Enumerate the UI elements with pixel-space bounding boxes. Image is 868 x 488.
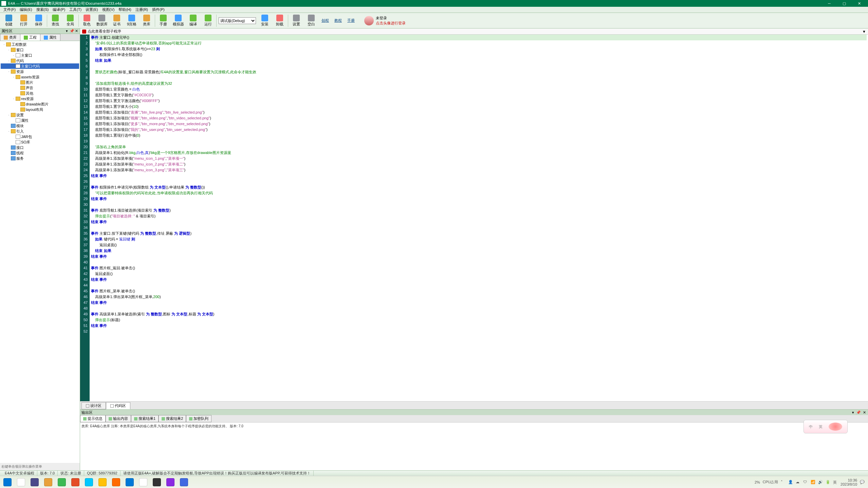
code-body[interactable]: 事件 主窗口.创建完毕() '安卓6.0以上的系统需要动态申请权限,否则app可… xyxy=(90,35,868,401)
code-line-19[interactable] xyxy=(91,138,867,144)
ime-cn-icon[interactable]: 中 xyxy=(809,424,813,429)
code-line-43[interactable]: 结束 事件 xyxy=(91,277,867,282)
tree-node-JAR包[interactable]: JAR包 xyxy=(1,134,79,139)
tree-toggle-icon[interactable]: - xyxy=(7,70,11,73)
toolbar-9宫格[interactable]: 9宫格 xyxy=(124,14,139,28)
toolbar-全局[interactable]: 全局 xyxy=(63,14,78,28)
menu-item-1[interactable]: 编辑(E) xyxy=(18,7,34,12)
code-line-15[interactable]: 底部导航1.添加项目("视频","btn_video.png","btn_vid… xyxy=(91,115,867,121)
code-line-28[interactable]: '可以把需要特殊权限的代码写在此处,当申请权限成功后再执行相关代码 xyxy=(91,190,867,196)
code-line-34[interactable] xyxy=(91,225,867,231)
toolbar-安装[interactable]: 安装 xyxy=(257,14,272,28)
ime-mode-icon[interactable]: 英 xyxy=(819,424,823,429)
taskbar-app-6[interactable] xyxy=(82,477,96,488)
tray-wifi-icon[interactable]: 📶 xyxy=(811,480,815,485)
toolbar-打开[interactable]: 打开 xyxy=(16,14,31,28)
tray-volume-icon[interactable]: 🔊 xyxy=(818,480,823,485)
taskbar-app-13[interactable] xyxy=(177,477,191,488)
code-line-29[interactable]: 结束 事件 xyxy=(91,196,867,202)
code-line-41[interactable]: 事件 图片框_返回.被单击() xyxy=(91,265,867,271)
tree-node-layout布局[interactable]: layout布局 xyxy=(1,107,79,112)
menu-item-9[interactable]: 插件(P) xyxy=(150,7,167,12)
toolbar-创建[interactable]: 创建 xyxy=(1,14,16,28)
tree-node-声音[interactable]: 声音 xyxy=(1,85,79,91)
tree-node-设置[interactable]: -设置 xyxy=(1,112,79,118)
taskbar-app-8[interactable] xyxy=(109,477,123,488)
menu-item-8[interactable]: 注册(R) xyxy=(133,7,150,12)
code-line-33[interactable]: 结束 事件 xyxy=(91,219,867,225)
tree-node-窗口[interactable]: -窗口 xyxy=(1,47,79,53)
breadcrumb-text[interactable]: 点此查看全部子程序 xyxy=(88,29,121,34)
tray-notification-icon[interactable]: 💬 xyxy=(860,480,865,485)
tray-shield-icon[interactable]: 🛡 xyxy=(803,480,808,485)
project-tree[interactable]: -工程数据-窗口-主窗口-代码主窗口代码-资源-assets资源图片声音其他-r… xyxy=(0,41,80,463)
menu-item-7[interactable]: 帮助(H) xyxy=(116,7,133,12)
tree-node-主窗口代码[interactable]: 主窗口代码 xyxy=(1,63,79,69)
tree-toggle-icon[interactable]: - xyxy=(7,48,11,52)
taskbar-app-2[interactable] xyxy=(28,477,41,488)
tree-node-服务[interactable]: 服务 xyxy=(1,156,79,161)
panel-pin-icon[interactable]: 📌 xyxy=(70,29,74,33)
panel-close-icon[interactable]: ✕ xyxy=(74,29,78,33)
tree-toggle-icon[interactable]: - xyxy=(7,113,11,117)
output-tab-输出内容[interactable]: 输出内容 xyxy=(106,415,131,422)
panel-tab-属性[interactable]: 属性 xyxy=(40,34,60,41)
output-tab-搜索结果1[interactable]: 搜索结果1 xyxy=(131,415,159,422)
code-line-14[interactable]: 底部导航1.添加项目("直播","btn_live.png","btn_live… xyxy=(91,110,867,115)
code-line-31[interactable]: 事件 底部导航1.项目被选择(项目索引 为 整数型) xyxy=(91,208,867,213)
code-line-50[interactable]: 弹出提示(标题) xyxy=(91,317,867,323)
code-line-5[interactable]: 结束 如果 xyxy=(91,58,867,63)
taskbar-app-4[interactable] xyxy=(55,477,69,488)
minimize-button[interactable]: ─ xyxy=(822,0,837,7)
code-line-3[interactable]: 如果 权限操作1.取系统版本号()>=23 则 xyxy=(91,46,867,52)
code-line-23[interactable]: 高级菜单1.添加菜单项("menu_icon_2.png","菜单项二") xyxy=(91,161,867,167)
tree-node-模块[interactable]: 模块 xyxy=(1,123,79,129)
toolbar-模拟器[interactable]: 模拟器 xyxy=(171,14,186,28)
tree-node-接口[interactable]: 接口 xyxy=(1,145,79,150)
code-line-2[interactable]: '安卓6.0以上的系统需要动态申请权限,否则app可能无法正常运行 xyxy=(91,40,867,46)
tree-toggle-icon[interactable]: - xyxy=(12,75,16,79)
code-line-42[interactable]: 返回桌面() xyxy=(91,271,867,277)
code-line-20[interactable]: '添加右上角的菜单 xyxy=(91,144,867,150)
menu-item-6[interactable]: 视图(V) xyxy=(100,7,117,12)
code-line-6[interactable] xyxy=(91,63,867,69)
expand-icon[interactable]: ▼ xyxy=(862,30,866,34)
build-mode-select[interactable]: 调试版(Debug) xyxy=(219,17,256,24)
toolbar-类库[interactable]: 类库 xyxy=(139,14,154,28)
toolbar-手册[interactable]: 手册 xyxy=(156,14,171,28)
code-editor[interactable]: 1234567891011121314151617181920212223242… xyxy=(80,35,868,401)
tree-node-drawable图片[interactable]: drawable图片 xyxy=(1,101,79,107)
code-line-11[interactable]: 底部导航1.置文字颜色("#C0C0C0") xyxy=(91,92,867,98)
taskbar-app-3[interactable] xyxy=(41,477,55,488)
toolbar-证书[interactable]: 证书 xyxy=(109,14,124,28)
tray-people-icon[interactable]: 👤 xyxy=(788,480,793,485)
menu-item-2[interactable]: 搜索(S) xyxy=(34,7,51,12)
toolbar-link-教程[interactable]: 教程 xyxy=(332,18,345,23)
output-close-icon[interactable]: ✕ xyxy=(862,410,867,415)
code-line-52[interactable] xyxy=(91,329,867,334)
menu-item-5[interactable]: 设置(E) xyxy=(84,7,100,12)
output-tab-加密队列[interactable]: 加密队列 xyxy=(186,415,211,422)
toolbar-运行[interactable]: 运行 xyxy=(201,14,216,28)
toolbar-空白[interactable]: 空白 xyxy=(304,14,319,28)
code-line-27[interactable]: 事件 权限操作1.申请完毕(权限数组 为 文本型(),申请结果 为 整数型()) xyxy=(91,184,867,190)
output-tab-提示信息[interactable]: 提示信息 xyxy=(80,415,106,422)
tree-node-资源[interactable]: -资源 xyxy=(1,69,79,74)
panel-tab-类库[interactable]: 类库 xyxy=(0,34,20,41)
code-line-16[interactable]: 底部导航1.添加项目("更多","btn_more.png","btn_more… xyxy=(91,121,867,127)
code-line-45[interactable]: 事件 图片框_菜单.被单击() xyxy=(91,288,867,294)
panel-tab-工程[interactable]: 工程 xyxy=(20,34,40,41)
tree-node-工程数据[interactable]: -工程数据 xyxy=(1,42,79,47)
ime-widget[interactable]: 中 英 xyxy=(804,420,848,433)
menu-item-3[interactable]: 编译(P) xyxy=(51,7,67,12)
tray-lang-icon[interactable]: 英 xyxy=(833,480,838,485)
editor-tab-设计区[interactable]: 设计区 xyxy=(81,402,106,409)
avatar[interactable] xyxy=(364,16,374,25)
maximize-button[interactable]: ▢ xyxy=(837,0,852,7)
code-line-39[interactable]: 结束 事件 xyxy=(91,254,867,259)
code-line-30[interactable] xyxy=(91,202,867,208)
toolbar-link-创程[interactable]: 创程 xyxy=(319,18,332,23)
taskbar-app-11[interactable] xyxy=(150,477,164,488)
panel-dropdown-icon[interactable]: ▾ xyxy=(65,29,69,33)
code-line-51[interactable]: 结束 事件 xyxy=(91,323,867,329)
